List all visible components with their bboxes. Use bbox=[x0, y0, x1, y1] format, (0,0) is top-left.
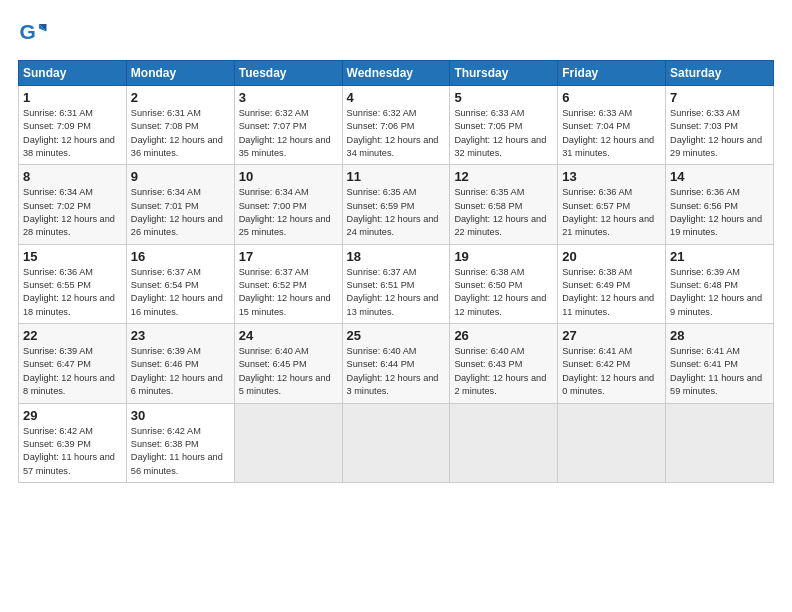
empty-cell bbox=[450, 403, 558, 482]
header-monday: Monday bbox=[126, 61, 234, 86]
calendar-week-row: 8 Sunrise: 6:34 AMSunset: 7:02 PMDayligh… bbox=[19, 165, 774, 244]
table-row: 10 Sunrise: 6:34 AMSunset: 7:00 PMDaylig… bbox=[234, 165, 342, 244]
table-row: 2 Sunrise: 6:31 AMSunset: 7:08 PMDayligh… bbox=[126, 86, 234, 165]
empty-cell bbox=[558, 403, 666, 482]
calendar-header-row: Sunday Monday Tuesday Wednesday Thursday… bbox=[19, 61, 774, 86]
table-row: 23 Sunrise: 6:39 AMSunset: 6:46 PMDaylig… bbox=[126, 324, 234, 403]
table-row: 13 Sunrise: 6:36 AMSunset: 6:57 PMDaylig… bbox=[558, 165, 666, 244]
header-saturday: Saturday bbox=[666, 61, 774, 86]
table-row: 12 Sunrise: 6:35 AMSunset: 6:58 PMDaylig… bbox=[450, 165, 558, 244]
table-row: 26 Sunrise: 6:40 AMSunset: 6:43 PMDaylig… bbox=[450, 324, 558, 403]
logo: G bbox=[18, 18, 52, 48]
table-row: 15 Sunrise: 6:36 AMSunset: 6:55 PMDaylig… bbox=[19, 244, 127, 323]
calendar-table: Sunday Monday Tuesday Wednesday Thursday… bbox=[18, 60, 774, 483]
empty-cell bbox=[234, 403, 342, 482]
table-row: 22 Sunrise: 6:39 AMSunset: 6:47 PMDaylig… bbox=[19, 324, 127, 403]
header-sunday: Sunday bbox=[19, 61, 127, 86]
table-row: 8 Sunrise: 6:34 AMSunset: 7:02 PMDayligh… bbox=[19, 165, 127, 244]
header-wednesday: Wednesday bbox=[342, 61, 450, 86]
table-row: 11 Sunrise: 6:35 AMSunset: 6:59 PMDaylig… bbox=[342, 165, 450, 244]
calendar-week-row: 29 Sunrise: 6:42 AMSunset: 6:39 PMDaylig… bbox=[19, 403, 774, 482]
table-row: 14 Sunrise: 6:36 AMSunset: 6:56 PMDaylig… bbox=[666, 165, 774, 244]
page-header: G bbox=[18, 18, 774, 48]
table-row: 7 Sunrise: 6:33 AMSunset: 7:03 PMDayligh… bbox=[666, 86, 774, 165]
table-row: 19 Sunrise: 6:38 AMSunset: 6:50 PMDaylig… bbox=[450, 244, 558, 323]
svg-text:G: G bbox=[20, 20, 36, 43]
table-row: 5 Sunrise: 6:33 AMSunset: 7:05 PMDayligh… bbox=[450, 86, 558, 165]
header-tuesday: Tuesday bbox=[234, 61, 342, 86]
table-row: 18 Sunrise: 6:37 AMSunset: 6:51 PMDaylig… bbox=[342, 244, 450, 323]
table-row: 29 Sunrise: 6:42 AMSunset: 6:39 PMDaylig… bbox=[19, 403, 127, 482]
table-row: 25 Sunrise: 6:40 AMSunset: 6:44 PMDaylig… bbox=[342, 324, 450, 403]
header-thursday: Thursday bbox=[450, 61, 558, 86]
table-row: 20 Sunrise: 6:38 AMSunset: 6:49 PMDaylig… bbox=[558, 244, 666, 323]
table-row: 30 Sunrise: 6:42 AMSunset: 6:38 PMDaylig… bbox=[126, 403, 234, 482]
table-row: 21 Sunrise: 6:39 AMSunset: 6:48 PMDaylig… bbox=[666, 244, 774, 323]
table-row: 4 Sunrise: 6:32 AMSunset: 7:06 PMDayligh… bbox=[342, 86, 450, 165]
table-row: 1 Sunrise: 6:31 AMSunset: 7:09 PMDayligh… bbox=[19, 86, 127, 165]
table-row: 3 Sunrise: 6:32 AMSunset: 7:07 PMDayligh… bbox=[234, 86, 342, 165]
table-row: 27 Sunrise: 6:41 AMSunset: 6:42 PMDaylig… bbox=[558, 324, 666, 403]
table-row: 9 Sunrise: 6:34 AMSunset: 7:01 PMDayligh… bbox=[126, 165, 234, 244]
header-friday: Friday bbox=[558, 61, 666, 86]
table-row: 28 Sunrise: 6:41 AMSunset: 6:41 PMDaylig… bbox=[666, 324, 774, 403]
empty-cell bbox=[666, 403, 774, 482]
table-row: 6 Sunrise: 6:33 AMSunset: 7:04 PMDayligh… bbox=[558, 86, 666, 165]
table-row: 24 Sunrise: 6:40 AMSunset: 6:45 PMDaylig… bbox=[234, 324, 342, 403]
empty-cell bbox=[342, 403, 450, 482]
calendar-week-row: 22 Sunrise: 6:39 AMSunset: 6:47 PMDaylig… bbox=[19, 324, 774, 403]
calendar-week-row: 1 Sunrise: 6:31 AMSunset: 7:09 PMDayligh… bbox=[19, 86, 774, 165]
table-row: 16 Sunrise: 6:37 AMSunset: 6:54 PMDaylig… bbox=[126, 244, 234, 323]
table-row: 17 Sunrise: 6:37 AMSunset: 6:52 PMDaylig… bbox=[234, 244, 342, 323]
logo-icon: G bbox=[18, 18, 48, 48]
calendar-week-row: 15 Sunrise: 6:36 AMSunset: 6:55 PMDaylig… bbox=[19, 244, 774, 323]
